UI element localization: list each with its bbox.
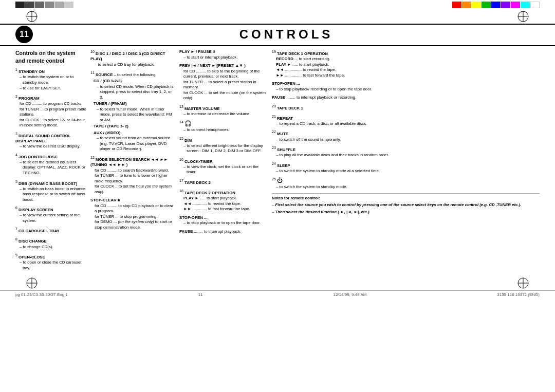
item-11-num: 11	[90, 71, 95, 74]
item-17-title: TAPE DECK 2	[184, 180, 211, 185]
col4-content: 19 TAPE DECK 1 OPERATION RECORD ... to s…	[272, 49, 540, 274]
item-19-num: 19	[272, 50, 276, 53]
item-1: 1 STANDBY ON – to switch the system on o…	[15, 67, 86, 91]
page-title: CONTROLS	[33, 27, 540, 42]
item-21-title: REPEAT	[277, 116, 293, 120]
item-6: 6 DISPLAY SCREEN – to view the current s…	[15, 206, 86, 223]
crosshair-left	[26, 10, 38, 23]
item-8: 8 DISC CHANGE – to change CD(s).	[15, 237, 86, 250]
item-22-title: MUTE	[277, 132, 288, 136]
item-2-num: 2	[15, 95, 17, 98]
item-11-title: SOURCE	[96, 72, 113, 77]
item-6-title: DISPLAY SCREEN	[18, 208, 53, 212]
footer-page-ref: pg 01-28/C3-35-30/37-Eng 1	[15, 292, 68, 297]
item-20: 20 TAPE DECK 1	[272, 104, 540, 111]
item-5: 5 DBB (DYNAMIC BASS BOOST) – to switch o…	[15, 179, 86, 203]
notes-title: Notes for remote control:	[272, 196, 540, 201]
item-23: 23 SHUFFLE – to play all the available d…	[272, 145, 540, 158]
item-9-title: OPEN•CLOSE	[18, 255, 45, 259]
item-22: 22 MUTE – to switch off the sound tempor…	[272, 129, 540, 142]
gray-block-3	[35, 2, 44, 8]
item-14: 14 🎧 – to connect headphones.	[179, 120, 268, 133]
item-stop-clear: STOP•CLEAR ■ for CD ......... to stop CD…	[90, 198, 175, 230]
item-23-title: SHUFFLE	[277, 147, 295, 152]
item-15-title: DIM	[184, 138, 192, 142]
item-5-title: DBB (DYNAMIC BASS BOOST)	[18, 181, 77, 185]
top-decor-strip	[0, 0, 555, 9]
footer-date: 12/14/99, 9:48 AM	[333, 292, 366, 297]
item-12: 12 MODE SELECTION SEARCH ◄◄ ►► (TUNING ◄…	[90, 155, 175, 195]
gray-block-4	[45, 2, 54, 8]
item-3: 3 DIGITAL SOUND CONTROL DISPLAY PANEL – …	[15, 132, 86, 150]
item-17: 17 TAPE DECK 2	[179, 178, 268, 185]
item-11: 11 SOURCE – to select the following: CD …	[90, 70, 175, 152]
item-10: 10 DISC 1 / DISC 2 / DISC 3 (CD DIRECT P…	[90, 49, 175, 67]
footer-page-num: 11	[198, 292, 203, 297]
title-bar: 11 CONTROLS	[0, 24, 555, 46]
footer: pg 01-28/C3-35-30/37-Eng 1 11 12/14/99, …	[0, 290, 555, 298]
item-16-num: 16	[179, 158, 183, 161]
item-5-num: 5	[15, 180, 17, 183]
crosshair-bottom-right	[517, 277, 529, 289]
item-19-title: TAPE DECK 1 OPERATION	[277, 51, 328, 56]
item-15: 15 DIM – to select different brightness …	[179, 136, 268, 154]
reg-marks-bottom	[0, 276, 555, 290]
color-block-magenta	[511, 2, 520, 8]
crosshair-right	[517, 10, 529, 23]
item-13-title: MASTER VOLUME	[184, 106, 219, 110]
item-24-title: SLEEP	[277, 163, 290, 167]
color-block-red	[452, 2, 461, 8]
crosshair-bottom-left	[26, 277, 38, 289]
item-13-num: 13	[179, 105, 183, 108]
item-10-num: 10	[90, 50, 95, 53]
item-8-num: 8	[15, 237, 17, 241]
section-header-line1: Controls on the system	[15, 50, 76, 56]
item-20-num: 20	[272, 104, 276, 108]
color-block-green	[482, 2, 491, 8]
color-block-blue	[491, 2, 501, 8]
item-1-num: 1	[15, 68, 17, 71]
page-number-badge: 11	[15, 26, 33, 43]
color-block-cyan	[521, 2, 530, 8]
gray-block-5	[54, 2, 64, 8]
item-6-num: 6	[15, 206, 17, 210]
notes-box: Notes for remote control: – First select…	[272, 193, 540, 215]
item-stop-open-1: STOP•OPEN ... – to stop playback/ record…	[272, 81, 540, 92]
item-prev-next: PREV |◄ / NEXT ►|(PRESET ▲▼ ) for CD ...…	[179, 63, 268, 101]
col3-content: PLAY ► / PAUSE II – to start or interrup…	[179, 49, 268, 274]
page-wrapper: 11 CONTROLS Controls on the system and r…	[0, 0, 555, 392]
item-24: 24 SLEEP – to switch the system to stand…	[272, 161, 540, 174]
item-pause-1: PAUSE ........ to interrupt playback or …	[272, 95, 540, 101]
item-1-title: STANDBY ON	[18, 69, 45, 74]
section-header-block: Controls on the system and remote contro…	[15, 49, 86, 274]
item-21-num: 21	[272, 115, 276, 118]
item-16: 16 CLOCK•TIMER – to view the clock, set …	[179, 157, 268, 175]
section-header: Controls on the system and remote contro…	[15, 49, 86, 64]
item-20-title: TAPE DECK 1	[277, 105, 303, 110]
page-number-text: 11	[20, 30, 29, 39]
item-4: 4 JOG CONTROL/DSC – to select the desire…	[15, 153, 86, 176]
item-7-num: 7	[15, 227, 17, 231]
section-header-line2: and remote control	[15, 58, 64, 64]
item-9-num: 9	[15, 253, 17, 257]
item-18-num: 18	[179, 189, 183, 193]
gray-block-6	[64, 2, 73, 8]
item-10-title: DISC 1 / DISC 2 / DISC 3 (CD DIRECT PLAY…	[90, 51, 165, 62]
item-14-num: 14	[179, 121, 183, 124]
item-2: 2 PROGRAM for CD ......... to program CD…	[15, 94, 86, 128]
item-12-num: 12	[90, 156, 95, 159]
note-1: – First select the source you wish to co…	[272, 202, 540, 208]
item-3-num: 3	[15, 132, 17, 136]
item-16-title: CLOCK•TIMER	[184, 159, 213, 163]
item-4-title: JOG CONTROL/DSC	[18, 154, 58, 159]
item-4-num: 4	[15, 153, 17, 157]
item-21: 21 REPEAT – to repeat a CD track, a disc…	[272, 114, 540, 127]
item-3-title: DIGITAL SOUND CONTROL DISPLAY PANEL	[15, 133, 70, 143]
item-2-title: PROGRAM	[18, 96, 40, 101]
item-stop-open-2: STOP•OPEN ... – to stop playback or to o…	[179, 215, 268, 226]
color-block-violet	[501, 2, 510, 8]
main-content: Controls on the system and remote contro…	[0, 46, 555, 275]
note-2: – Then select the desired function ( ►, …	[272, 210, 540, 215]
item-12-title: MODE SELECTION SEARCH ◄◄ ►► (TUNING ◄◄ ►…	[90, 157, 168, 167]
item-15-num: 15	[179, 137, 183, 140]
